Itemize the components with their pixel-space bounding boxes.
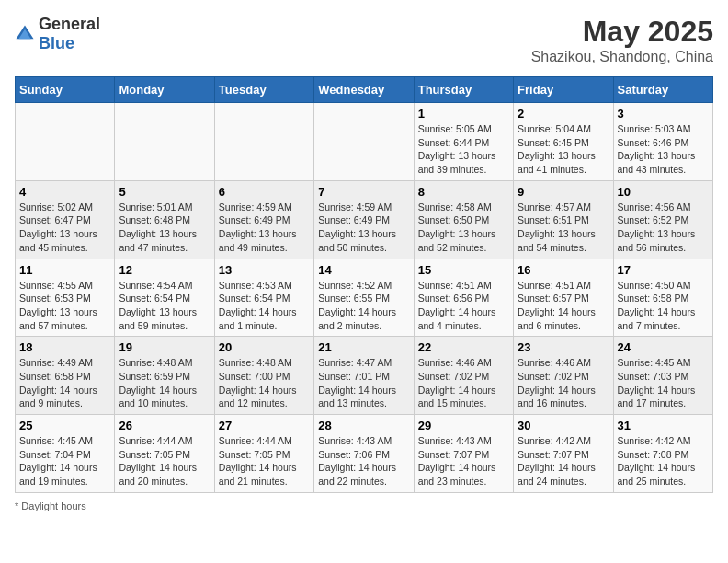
footer-text: Daylight hours <box>21 500 85 511</box>
day-info: Sunrise: 4:48 AM Sunset: 7:00 PM Dayligh… <box>219 356 310 410</box>
calendar-cell: 13Sunrise: 4:53 AM Sunset: 6:54 PM Dayli… <box>214 259 313 337</box>
calendar-cell: 26Sunrise: 4:44 AM Sunset: 7:05 PM Dayli… <box>115 415 214 493</box>
day-number: 18 <box>19 340 110 354</box>
page-header: General Blue May 2025 Shazikou, Shandong… <box>15 15 713 65</box>
calendar-cell: 18Sunrise: 4:49 AM Sunset: 6:58 PM Dayli… <box>16 337 115 415</box>
day-info: Sunrise: 4:55 AM Sunset: 6:53 PM Dayligh… <box>19 279 110 333</box>
calendar-cell: 15Sunrise: 4:51 AM Sunset: 6:56 PM Dayli… <box>414 259 513 337</box>
calendar-table: SundayMondayTuesdayWednesdayThursdayFrid… <box>15 76 713 493</box>
day-info: Sunrise: 4:42 AM Sunset: 7:07 PM Dayligh… <box>518 434 609 488</box>
calendar-cell: 8Sunrise: 4:58 AM Sunset: 6:50 PM Daylig… <box>414 180 513 259</box>
logo-text: General Blue <box>39 15 100 53</box>
day-info: Sunrise: 4:43 AM Sunset: 7:06 PM Dayligh… <box>318 434 409 488</box>
day-info: Sunrise: 4:43 AM Sunset: 7:07 PM Dayligh… <box>418 434 509 488</box>
day-number: 22 <box>418 340 509 354</box>
day-info: Sunrise: 4:51 AM Sunset: 6:57 PM Dayligh… <box>518 279 609 333</box>
calendar-cell: 6Sunrise: 4:59 AM Sunset: 6:49 PM Daylig… <box>214 180 313 259</box>
calendar-cell: 4Sunrise: 5:02 AM Sunset: 6:47 PM Daylig… <box>16 180 115 259</box>
day-number: 23 <box>518 340 609 354</box>
day-info: Sunrise: 4:59 AM Sunset: 6:49 PM Dayligh… <box>219 201 310 255</box>
day-info: Sunrise: 4:48 AM Sunset: 6:59 PM Dayligh… <box>119 356 210 410</box>
calendar-cell: 16Sunrise: 4:51 AM Sunset: 6:57 PM Dayli… <box>514 259 613 337</box>
calendar-cell: 28Sunrise: 4:43 AM Sunset: 7:06 PM Dayli… <box>314 415 414 493</box>
day-number: 28 <box>318 419 409 432</box>
day-number: 30 <box>518 419 609 432</box>
day-info: Sunrise: 4:54 AM Sunset: 6:54 PM Dayligh… <box>119 279 210 333</box>
calendar-header-row: SundayMondayTuesdayWednesdayThursdayFrid… <box>16 77 713 103</box>
column-header-tuesday: Tuesday <box>214 77 313 103</box>
calendar-cell: 3Sunrise: 5:03 AM Sunset: 6:46 PM Daylig… <box>613 103 712 181</box>
day-info: Sunrise: 4:44 AM Sunset: 7:05 PM Dayligh… <box>119 434 210 488</box>
day-info: Sunrise: 4:44 AM Sunset: 7:05 PM Dayligh… <box>219 434 310 488</box>
day-number: 16 <box>518 263 609 277</box>
logo: General Blue <box>15 15 100 53</box>
day-number: 2 <box>518 107 609 121</box>
day-info: Sunrise: 4:50 AM Sunset: 6:58 PM Dayligh… <box>618 279 709 333</box>
calendar-week-3: 11Sunrise: 4:55 AM Sunset: 6:53 PM Dayli… <box>16 259 713 337</box>
calendar-cell: 19Sunrise: 4:48 AM Sunset: 6:59 PM Dayli… <box>115 337 214 415</box>
calendar-cell: 9Sunrise: 4:57 AM Sunset: 6:51 PM Daylig… <box>514 180 613 259</box>
calendar-cell: 25Sunrise: 4:45 AM Sunset: 7:04 PM Dayli… <box>16 415 115 493</box>
column-header-sunday: Sunday <box>16 77 115 103</box>
day-number: 17 <box>618 263 709 277</box>
day-info: Sunrise: 4:52 AM Sunset: 6:55 PM Dayligh… <box>318 279 409 333</box>
day-info: Sunrise: 4:45 AM Sunset: 7:04 PM Dayligh… <box>19 434 110 488</box>
calendar-cell: 2Sunrise: 5:04 AM Sunset: 6:45 PM Daylig… <box>514 103 613 181</box>
day-info: Sunrise: 5:02 AM Sunset: 6:47 PM Dayligh… <box>19 201 110 255</box>
day-number: 10 <box>618 185 709 199</box>
footer: * Daylight hours <box>15 500 713 511</box>
calendar-cell: 7Sunrise: 4:59 AM Sunset: 6:49 PM Daylig… <box>314 180 414 259</box>
day-info: Sunrise: 4:47 AM Sunset: 7:01 PM Dayligh… <box>318 356 409 410</box>
day-number: 20 <box>219 340 310 354</box>
calendar-cell <box>115 103 214 181</box>
calendar-cell: 31Sunrise: 4:42 AM Sunset: 7:08 PM Dayli… <box>613 415 712 493</box>
day-info: Sunrise: 4:53 AM Sunset: 6:54 PM Dayligh… <box>219 279 310 333</box>
logo-icon <box>15 24 35 44</box>
day-number: 3 <box>618 107 709 121</box>
day-info: Sunrise: 4:42 AM Sunset: 7:08 PM Dayligh… <box>618 434 709 488</box>
calendar-cell: 24Sunrise: 4:45 AM Sunset: 7:03 PM Dayli… <box>613 337 712 415</box>
day-info: Sunrise: 4:59 AM Sunset: 6:49 PM Dayligh… <box>318 201 409 255</box>
day-number: 5 <box>119 185 210 199</box>
day-number: 11 <box>19 263 110 277</box>
logo-blue: Blue <box>39 34 74 52</box>
day-number: 25 <box>19 419 110 432</box>
day-number: 14 <box>318 263 409 277</box>
column-header-friday: Friday <box>514 77 613 103</box>
day-number: 21 <box>318 340 409 354</box>
day-number: 6 <box>219 185 310 199</box>
column-header-monday: Monday <box>115 77 214 103</box>
calendar-cell: 22Sunrise: 4:46 AM Sunset: 7:02 PM Dayli… <box>414 337 513 415</box>
column-header-thursday: Thursday <box>414 77 513 103</box>
day-number: 29 <box>418 419 509 432</box>
day-info: Sunrise: 5:04 AM Sunset: 6:45 PM Dayligh… <box>518 122 609 177</box>
title-block: May 2025 Shazikou, Shandong, China <box>531 15 713 65</box>
calendar-cell: 5Sunrise: 5:01 AM Sunset: 6:48 PM Daylig… <box>115 180 214 259</box>
calendar-cell: 23Sunrise: 4:46 AM Sunset: 7:02 PM Dayli… <box>514 337 613 415</box>
calendar-cell: 12Sunrise: 4:54 AM Sunset: 6:54 PM Dayli… <box>115 259 214 337</box>
calendar-week-5: 25Sunrise: 4:45 AM Sunset: 7:04 PM Dayli… <box>16 415 713 493</box>
day-info: Sunrise: 5:05 AM Sunset: 6:44 PM Dayligh… <box>418 122 509 177</box>
calendar-cell: 29Sunrise: 4:43 AM Sunset: 7:07 PM Dayli… <box>414 415 513 493</box>
calendar-week-1: 1Sunrise: 5:05 AM Sunset: 6:44 PM Daylig… <box>16 103 713 181</box>
location: Shazikou, Shandong, China <box>531 49 713 65</box>
calendar-week-2: 4Sunrise: 5:02 AM Sunset: 6:47 PM Daylig… <box>16 180 713 259</box>
day-number: 8 <box>418 185 509 199</box>
day-info: Sunrise: 4:45 AM Sunset: 7:03 PM Dayligh… <box>618 356 709 410</box>
calendar-cell <box>214 103 313 181</box>
day-info: Sunrise: 4:46 AM Sunset: 7:02 PM Dayligh… <box>418 356 509 410</box>
day-info: Sunrise: 4:49 AM Sunset: 6:58 PM Dayligh… <box>19 356 110 410</box>
day-number: 4 <box>19 185 110 199</box>
calendar-cell: 17Sunrise: 4:50 AM Sunset: 6:58 PM Dayli… <box>613 259 712 337</box>
day-info: Sunrise: 4:56 AM Sunset: 6:52 PM Dayligh… <box>618 201 709 255</box>
column-header-wednesday: Wednesday <box>314 77 414 103</box>
calendar-cell: 14Sunrise: 4:52 AM Sunset: 6:55 PM Dayli… <box>314 259 414 337</box>
calendar-cell: 27Sunrise: 4:44 AM Sunset: 7:05 PM Dayli… <box>214 415 313 493</box>
calendar-cell: 20Sunrise: 4:48 AM Sunset: 7:00 PM Dayli… <box>214 337 313 415</box>
day-number: 27 <box>219 419 310 432</box>
day-info: Sunrise: 5:01 AM Sunset: 6:48 PM Dayligh… <box>119 201 210 255</box>
calendar-cell: 21Sunrise: 4:47 AM Sunset: 7:01 PM Dayli… <box>314 337 414 415</box>
day-number: 1 <box>418 107 509 121</box>
day-number: 24 <box>618 340 709 354</box>
day-info: Sunrise: 4:57 AM Sunset: 6:51 PM Dayligh… <box>518 201 609 255</box>
